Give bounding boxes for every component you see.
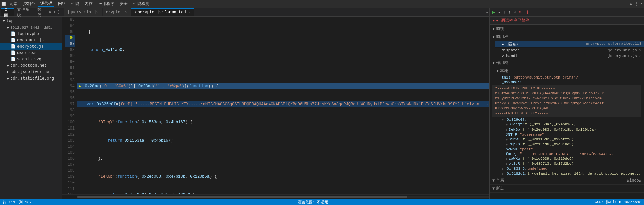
step-btn[interactable]: ⤵ — [514, 10, 516, 15]
scope-otsyr[interactable]: ▶ otSyR: f (_0x486713,_0x17d2bc) — [490, 161, 644, 166]
tab-close-btn[interactable]: × — [189, 11, 191, 14]
expand-icon: ▼ — [502, 118, 504, 122]
prop-val: undefined — [528, 167, 547, 171]
local-scope-section[interactable]: ▼ 本地 — [490, 67, 644, 75]
expand-icon: ▶ — [506, 137, 508, 142]
arrow-down-icon: ▼ — [492, 27, 495, 31]
pubkey-row[interactable]: _0x20b0a1: — [490, 80, 644, 85]
call-stack-label: 调视 — [496, 26, 504, 32]
file-item-signin-svg[interactable]: 📄 signin.svg — [0, 56, 62, 62]
file-label: encrypto.js — [17, 44, 44, 49]
prop-val: "post" — [520, 147, 533, 151]
more-icon[interactable]: ⋮ — [634, 1, 638, 6]
arrow-down-icon: ▼ — [496, 69, 499, 73]
file-tree-domain[interactable]: ▶ 3912c627-3442-4dd5-9aff-b2ad6... — [0, 24, 62, 31]
scope-osnwf[interactable]: ▶ OSnwF: f (_0xd115dc,_0x2bfff6) — [490, 137, 644, 142]
horizontal-scrollbar[interactable] — [62, 194, 489, 199]
scope-4833f6[interactable]: ▶ _0x4833f6: undefined — [490, 166, 644, 171]
call-stack-item-anonymous[interactable]: ▶ (匿名) encrypto.js:formatted:113 — [495, 41, 644, 48]
tab-label: encrypto.js:formatted — [135, 10, 186, 15]
sources-tab[interactable]: 源代码 — [38, 1, 54, 7]
bottom-bar: 行 113，列 169 覆盖范围: 不适用 CSDN @weixin_46356… — [0, 199, 644, 205]
scope-iawkq[interactable]: ▶ iaWKq: f (_0x1c6939,_0x219dc9) — [490, 156, 644, 161]
scope-5182d1[interactable]: ▶ _0x5182d1: t {default_key_size: 1024, … — [490, 171, 644, 176]
code-line: 'IeKGb': function(_0x2ec083, _0x47b18b, … — [77, 174, 489, 180]
file-item-coco[interactable]: 📄 coco.min.js — [0, 37, 62, 43]
replace-tab[interactable]: 替代 — [35, 8, 47, 16]
tab-encrypto[interactable]: encrypto.js:formatted × — [131, 8, 194, 16]
file-item-cdn-boot[interactable]: ▶ cdn.bootcdn.net — [0, 62, 62, 69]
scope-dteqy[interactable]: ▶ DTeeqY: f (_0x1553aa,_0x4bb167) — [490, 122, 644, 127]
more-options-btn[interactable]: ⋮ — [56, 10, 61, 15]
call-stack-section[interactable]: ▼ 调视 — [490, 25, 644, 33]
pause-btn[interactable]: ⏸ — [524, 10, 529, 15]
file-item-cdn-static[interactable]: ▶ cdn.staticfile.org — [0, 75, 62, 82]
step-out-btn[interactable]: ↑ — [508, 10, 511, 15]
file-label: 3912c627-3442-4dd5-9aff-b2ad6... — [10, 25, 54, 30]
local-scope-label: 本地 — [500, 68, 508, 74]
file-tree-top[interactable]: ▼ top — [0, 18, 62, 24]
code-line — [77, 65, 489, 71]
global-label: 全局 — [496, 177, 504, 183]
more-tabs-btn[interactable]: » — [48, 9, 53, 15]
global-section[interactable]: ▼ 全局 Window — [490, 176, 644, 185]
prop-key: otSyR: — [509, 162, 522, 166]
file-item-cdn-jsdel[interactable]: ▶ cdn.jsdeliver.net — [0, 69, 62, 75]
collapse-panel-btn[interactable]: ⇔ — [486, 10, 488, 14]
file-item-encrypto[interactable]: 📄 encrypto.js — [0, 43, 62, 50]
prop-val: f (_0xd115dc,_0x2bfff6) — [523, 137, 574, 141]
scope-iekgb[interactable]: ▶ IeKGb: f (_0x2ec083,_0x47b18b,_0x120b6… — [490, 127, 644, 132]
code-lines[interactable]: } return _0x11ae0; ▶ _0x28ad('0', 'CG#&'… — [77, 17, 489, 194]
step-into-btn[interactable]: ↓ — [503, 10, 506, 15]
cursor-position: 行 113，列 169 — [3, 200, 32, 205]
scope-bzmhu[interactable]: bZMhU: "post" — [490, 147, 644, 152]
security-tab[interactable]: 安全 — [118, 1, 130, 7]
scope-foepj[interactable]: foePj: "-----BEGIN PUBLIC KEY-----\nMIGf… — [490, 152, 644, 156]
performance-tab[interactable]: 性能 — [69, 1, 81, 7]
perf-eval-tab[interactable]: 性能检测 — [131, 1, 151, 7]
prop-val: button#submit.btn.btn-primary — [514, 75, 578, 80]
expand-icon: ▶ — [502, 167, 504, 171]
tab-label: jquery.min.js — [67, 10, 99, 15]
arrow-down-icon: ▼ — [3, 19, 5, 23]
expand-icon: ▶ — [506, 122, 508, 127]
scope-section-title[interactable]: ▼ 作用域 — [490, 59, 644, 67]
network-tab[interactable]: 网络 — [56, 1, 68, 7]
scope-jntjf[interactable]: JNTjF: "#username" — [490, 132, 644, 137]
close-icon[interactable]: × — [640, 2, 643, 6]
global-value: Window — [627, 178, 641, 183]
arrow-right-icon: ▶ — [7, 25, 9, 30]
file-item-login[interactable]: 📄 login.php — [0, 31, 62, 37]
expand-icon: ▶ — [506, 162, 508, 166]
code-line: }, — [77, 156, 489, 162]
scope-section[interactable]: ▼ 调用堆 — [490, 33, 644, 41]
memory-tab[interactable]: 内存 — [83, 1, 95, 7]
step-over-btn[interactable]: ↷ — [498, 10, 500, 15]
tab-crypto[interactable]: crypto.js — [103, 8, 131, 16]
filesystem-tab[interactable]: 文件系统 — [14, 8, 34, 16]
call-stack-item-dispatch[interactable]: dispatch jquery.min.js:2 — [495, 48, 644, 53]
item-file: jquery.min.js:2 — [608, 48, 641, 52]
application-tab[interactable]: 应用程序 — [96, 1, 116, 7]
element-tab[interactable]: 元素 — [7, 1, 20, 7]
resume-btn[interactable]: ▶ — [492, 9, 495, 15]
code-container[interactable]: 83 84 85 86 87 88 89 90 91 92 93 94 95 9… — [62, 17, 489, 194]
prop-val: "-----BEGIN PUBLIC KEY-----\nMIGfMA0GCSq… — [520, 152, 614, 156]
new-file-btn[interactable]: + — [53, 10, 56, 15]
debug-status-text: ● 调试程序已暂停 — [496, 18, 529, 23]
scope-pupkg[interactable]: ▶ PupKG: f (_0x213ed6,_0xe318d3) — [490, 142, 644, 147]
prop-val: f (_0x213ed6,_0xe318d3) — [523, 142, 574, 146]
tab-jquery[interactable]: jquery.min.js — [64, 8, 102, 16]
warning-icon: ● — [492, 18, 495, 23]
settings-icon[interactable]: ⚙ — [630, 1, 632, 6]
call-stack-item-vhandle[interactable]: v.handle jquery.min.js:2 — [495, 53, 644, 59]
debug-stopped-header: ● ● 调试程序已暂停 — [490, 17, 644, 25]
deactivate-btn[interactable]: ⊝ — [519, 10, 522, 15]
breakpoints-section[interactable]: ▼ 断点 — [490, 185, 644, 193]
scope-this[interactable]: this: button#submit.btn.btn-primary — [490, 75, 644, 80]
console-tab[interactable]: 控制台 — [21, 1, 37, 7]
file-item-user-css[interactable]: 📄 user.css — [0, 50, 62, 56]
scope-326c0f[interactable]: ▼ _0x326c0f: — [490, 117, 644, 122]
scope-label: 作用域 — [496, 60, 508, 66]
page-tab[interactable]: 页面 — [1, 8, 14, 16]
